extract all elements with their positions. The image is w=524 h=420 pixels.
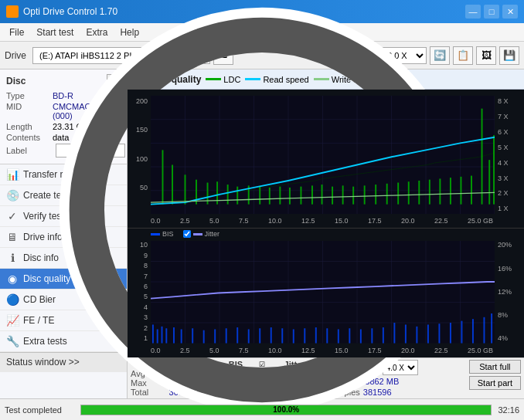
lower-y-axis-left: 10 9 8 7 6 5 4 3 2 1 bbox=[128, 241, 151, 342]
svg-rect-80 bbox=[281, 329, 283, 344]
svg-rect-70 bbox=[173, 327, 175, 343]
lower-chart-header: BIS Jitter bbox=[151, 230, 219, 238]
svg-rect-66 bbox=[152, 325, 154, 344]
y-label-50: 50 bbox=[140, 184, 148, 191]
svg-rect-96 bbox=[461, 321, 462, 344]
upper-chart-svg bbox=[151, 96, 495, 214]
svg-rect-49 bbox=[481, 109, 483, 205]
y-right-6x: 6 X bbox=[498, 128, 509, 136]
lower-chart: BIS Jitter 10 9 8 7 6 5 4 bbox=[128, 229, 524, 357]
svg-rect-25 bbox=[227, 185, 229, 205]
svg-rect-93 bbox=[427, 325, 429, 344]
svg-rect-83 bbox=[315, 327, 317, 343]
lower-chart-canvas bbox=[151, 241, 495, 344]
svg-rect-39 bbox=[375, 185, 376, 205]
svg-rect-92 bbox=[416, 327, 417, 344]
disc-panel-icon[interactable] bbox=[107, 74, 121, 88]
svg-rect-81 bbox=[293, 330, 294, 344]
svg-rect-41 bbox=[397, 183, 399, 205]
svg-rect-30 bbox=[279, 187, 281, 205]
upper-x-axis: 0.0 2.5 5.0 7.5 10.0 12.5 15.0 17.5 20.0… bbox=[151, 214, 493, 228]
svg-rect-45 bbox=[439, 178, 441, 204]
svg-rect-82 bbox=[304, 329, 305, 344]
svg-rect-68 bbox=[162, 327, 163, 344]
y-label-100: 100 bbox=[136, 155, 148, 163]
svg-rect-71 bbox=[181, 330, 182, 344]
svg-rect-67 bbox=[157, 330, 158, 344]
svg-rect-88 bbox=[371, 329, 373, 344]
jitter-checkbox[interactable] bbox=[183, 230, 191, 238]
y-label-150: 150 bbox=[136, 126, 148, 134]
svg-rect-99 bbox=[491, 313, 492, 344]
progress-bar-container: 100.0% bbox=[80, 405, 492, 415]
upper-y-axis-left: 200 150 100 50 bbox=[128, 97, 151, 212]
svg-rect-43 bbox=[418, 181, 420, 205]
svg-rect-69 bbox=[165, 329, 167, 344]
y-right-4x: 4 X bbox=[498, 159, 509, 167]
svg-rect-97 bbox=[472, 320, 474, 344]
svg-rect-90 bbox=[393, 323, 395, 344]
svg-rect-28 bbox=[259, 187, 260, 205]
lower-x-axis: 0.0 2.5 5.0 7.5 10.0 12.5 15.0 17.5 20.0… bbox=[151, 344, 493, 357]
svg-rect-50 bbox=[488, 160, 490, 205]
svg-rect-77 bbox=[248, 330, 250, 344]
content-area: Disc quality LDC Read speed Write speed … bbox=[128, 69, 524, 398]
svg-rect-26 bbox=[236, 187, 238, 205]
svg-rect-37 bbox=[352, 187, 354, 205]
sidebar: Disc Type BD-R MID CMCMAGBA5 (000) Lengt… bbox=[0, 69, 128, 398]
upper-chart: 200 150 100 50 8 X 7 X 6 X 5 X 4 X 3 X 2… bbox=[128, 90, 524, 229]
svg-rect-48 bbox=[471, 176, 472, 205]
svg-rect-98 bbox=[483, 317, 485, 344]
svg-rect-34 bbox=[322, 185, 323, 205]
upper-chart-canvas bbox=[151, 96, 495, 214]
svg-rect-33 bbox=[311, 185, 313, 204]
svg-rect-29 bbox=[269, 188, 271, 205]
disc-info-panel: Disc Type BD-R MID CMCMAGBA5 (000) Lengt… bbox=[0, 69, 127, 164]
svg-rect-87 bbox=[360, 330, 362, 344]
svg-rect-36 bbox=[342, 185, 344, 204]
svg-rect-32 bbox=[300, 187, 301, 205]
svg-rect-46 bbox=[450, 178, 451, 205]
svg-rect-38 bbox=[364, 185, 366, 204]
svg-rect-76 bbox=[236, 327, 238, 343]
svg-rect-44 bbox=[429, 180, 430, 205]
svg-rect-73 bbox=[203, 330, 205, 344]
main-layout: Disc Type BD-R MID CMCMAGBA5 (000) Lengt… bbox=[0, 69, 524, 398]
svg-rect-40 bbox=[386, 184, 388, 205]
y-right-3x: 3 X bbox=[498, 174, 509, 182]
svg-rect-86 bbox=[349, 329, 350, 344]
y-label-200: 200 bbox=[136, 97, 148, 105]
svg-rect-94 bbox=[438, 324, 440, 344]
bis-legend-label: BIS bbox=[162, 230, 174, 238]
upper-y-axis-right: 8 X 7 X 6 X 5 X 4 X 3 X 2 X 1 X bbox=[495, 97, 524, 212]
svg-rect-19 bbox=[162, 150, 164, 204]
y-right-2x: 2 X bbox=[498, 189, 509, 197]
svg-rect-79 bbox=[271, 327, 272, 343]
y-right-1x: 1 X bbox=[498, 205, 509, 212]
svg-rect-84 bbox=[326, 329, 328, 344]
y-right-8x: 8 X bbox=[498, 97, 509, 105]
charts-area: 200 150 100 50 8 X 7 X 6 X 5 X 4 X 3 X 2… bbox=[128, 90, 524, 357]
svg-rect-35 bbox=[332, 187, 333, 205]
svg-rect-20 bbox=[172, 165, 173, 205]
jitter-legend-label: Jitter bbox=[205, 230, 220, 238]
svg-rect-21 bbox=[185, 174, 186, 204]
y-right-5x: 5 X bbox=[498, 144, 509, 151]
lower-y-axis-right: 20% 16% 12% 8% 4% bbox=[495, 241, 524, 342]
svg-rect-89 bbox=[383, 327, 384, 343]
svg-rect-51 bbox=[493, 135, 495, 205]
svg-rect-31 bbox=[289, 188, 291, 205]
y-right-7x: 7 X bbox=[498, 113, 509, 120]
svg-rect-85 bbox=[338, 330, 339, 344]
svg-rect-91 bbox=[405, 325, 407, 344]
svg-rect-47 bbox=[461, 177, 462, 205]
svg-rect-78 bbox=[259, 329, 260, 344]
svg-rect-42 bbox=[408, 181, 410, 204]
svg-rect-74 bbox=[214, 330, 216, 344]
lower-chart-svg bbox=[151, 241, 495, 344]
svg-rect-95 bbox=[450, 323, 451, 344]
svg-rect-72 bbox=[192, 329, 193, 344]
progress-text: 100.0% bbox=[81, 405, 491, 415]
svg-rect-75 bbox=[226, 329, 227, 344]
